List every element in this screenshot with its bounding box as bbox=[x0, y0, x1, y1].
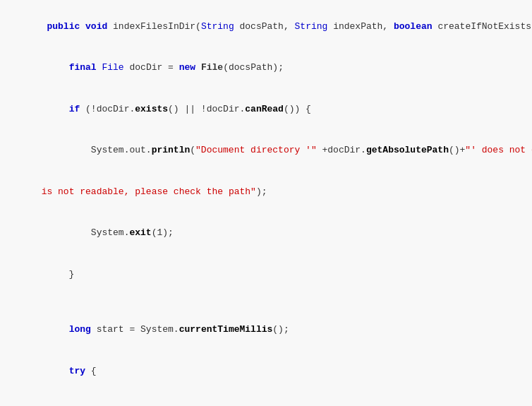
line-1-content: public void indexFilesInDir(String docsP… bbox=[3, 6, 532, 47]
code-line-3: if (!docDir.exists() || !docDir.canRead(… bbox=[0, 88, 532, 130]
code-line-11: System.out.println("Indexing into direct… bbox=[0, 392, 532, 407]
line-2-content: final File docDir = new File(docsPath); bbox=[3, 47, 529, 89]
line-11-content: System.out.println("Indexing into direct… bbox=[3, 392, 529, 407]
line-9-content: long start = System.currentTimeMillis(); bbox=[3, 309, 529, 351]
code-line-1: public void indexFilesInDir(String docsP… bbox=[0, 6, 532, 47]
code-line-9: long start = System.currentTimeMillis(); bbox=[0, 309, 532, 351]
line-10-content: try { bbox=[3, 350, 529, 392]
code-line-5: is not readable, please check the path")… bbox=[0, 171, 532, 213]
code-line-10: try { bbox=[0, 350, 532, 392]
line-7-content: } bbox=[3, 253, 529, 295]
code-line-2: final File docDir = new File(docsPath); bbox=[0, 47, 532, 89]
line-8-content bbox=[3, 295, 529, 309]
line-4-content: System.out.println("Document directory '… bbox=[3, 130, 532, 172]
line-3-content: if (!docDir.exists() || !docDir.canRead(… bbox=[3, 88, 529, 130]
code-editor: public void indexFilesInDir(String docsP… bbox=[0, 0, 532, 406]
line-5-content: is not readable, please check the path")… bbox=[3, 171, 529, 213]
code-line-6: System.exit(1); bbox=[0, 213, 532, 254]
code-line-7: } bbox=[0, 253, 532, 295]
code-line-8 bbox=[0, 295, 532, 309]
line-6-content: System.exit(1); bbox=[3, 213, 529, 254]
code-line-4: System.out.println("Document directory '… bbox=[0, 130, 532, 172]
